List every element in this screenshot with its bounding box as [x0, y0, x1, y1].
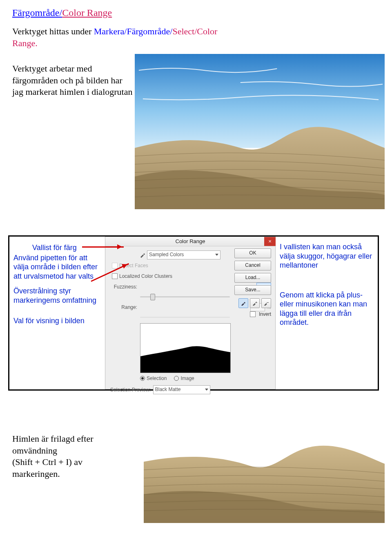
fuzziness-slider[interactable]: [140, 293, 230, 300]
eyedropper-icon: [140, 252, 145, 258]
localized-clusters-checkbox[interactable]: [112, 273, 118, 279]
save-button[interactable]: Save...: [234, 285, 271, 295]
close-button[interactable]: ×: [264, 237, 276, 246]
eyedropper-icon[interactable]: [238, 298, 248, 308]
preview-mode-radios: Selection Image: [140, 375, 271, 381]
selection-preview-label: Selection Preview:: [110, 387, 151, 393]
ok-button[interactable]: OK: [234, 248, 271, 258]
heading-en: Color Range: [62, 7, 112, 18]
selection-preview-thumbnail: [140, 323, 231, 373]
eyedropper-minus-icon[interactable]: [261, 298, 271, 308]
bottom-line2: (Shift + Ctrl + I) av markeringen.: [12, 457, 82, 479]
intro-line: Verktyget hittas under Markera/Färgområd…: [12, 26, 241, 49]
intro-path-sv: Markera/Färgområde/: [94, 26, 173, 36]
select-label: [109, 252, 140, 258]
intro-prefix: Verktyget hittas under: [12, 26, 94, 36]
detect-faces-checkbox[interactable]: [112, 263, 118, 268]
eyedropper-plus-icon[interactable]: [250, 298, 260, 308]
selection-preview-select[interactable]: Black Matte: [153, 385, 210, 394]
selection-radio[interactable]: Selection: [140, 375, 167, 381]
invert-label: Invert: [259, 311, 271, 317]
sampled-colors-select[interactable]: Sampled Colors: [147, 250, 220, 259]
example-image-dunes-sky: [135, 54, 385, 209]
intro-paragraph: Verktyget arbetar med färgområden och på…: [12, 63, 135, 98]
cancel-button[interactable]: Cancel: [234, 261, 271, 270]
invert-checkbox[interactable]: [250, 311, 256, 317]
annotation-valvisning: Val för visning i bilden: [13, 316, 101, 326]
section-heading: Färgområde/Color Range: [12, 7, 385, 18]
annotation-overstralning: Överstrålning styr markeringems omfattni…: [13, 286, 101, 305]
bottom-line1: Himlen är frilagd efter omvändning: [12, 434, 94, 456]
annotation-vallist: Vallist för färg: [32, 243, 101, 253]
arrow-icon: [82, 246, 124, 248]
annotation-vallisten-right: I vallisten kan man också välja skuggor,…: [280, 242, 374, 270]
heading-sv: Färgområde/: [12, 7, 62, 18]
localized-clusters-label: Localized Color Clusters: [119, 273, 172, 279]
range-label: Range:: [109, 304, 140, 310]
image-radio[interactable]: Image: [174, 375, 194, 381]
load-button[interactable]: Load...: [234, 273, 271, 283]
annotation-pipetten: Använd pipetten för att välja område i b…: [13, 253, 101, 281]
bottom-paragraph: Himlen är frilagd efter omvändning (Shif…: [12, 417, 127, 480]
fuzziness-label: Fuzziness:: [109, 284, 140, 290]
dialog-title: Color Range: [105, 237, 275, 246]
example-image-dunes-cutout: [144, 417, 385, 523]
annotation-plusminus: Genom att klicka på plus- eller minusiko…: [280, 291, 374, 327]
annotated-dialog-figure: Vallist för färg Använd pipetten för att…: [8, 235, 379, 391]
color-range-dialog: Color Range × Sampled Colors Detect Face…: [105, 237, 276, 389]
range-slider: [140, 313, 230, 321]
